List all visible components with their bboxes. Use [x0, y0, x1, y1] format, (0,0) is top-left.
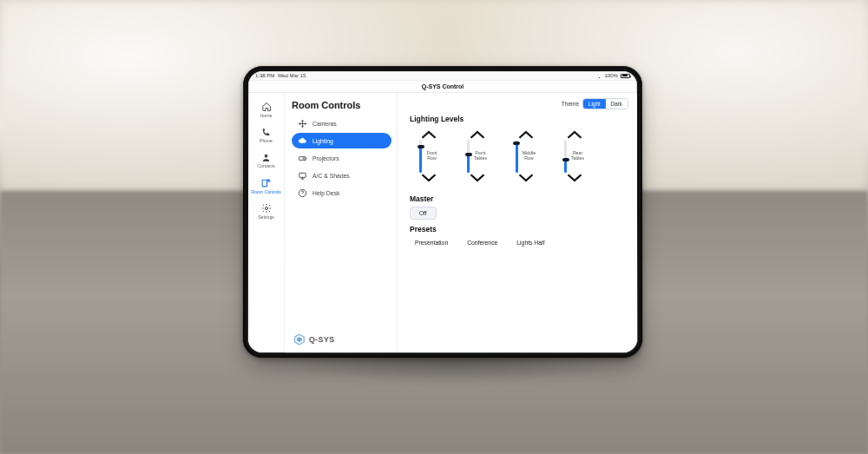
presets-heading: Presets: [410, 225, 628, 234]
slider-front-row-label: Front Row: [425, 151, 437, 161]
slider-front-row: Front Row: [411, 130, 446, 182]
rail-settings[interactable]: Settings: [249, 200, 282, 223]
slider-middle-row-track[interactable]: [516, 140, 518, 173]
preset-lights-half[interactable]: Lights Half: [511, 237, 549, 248]
rail-contacts[interactable]: Contacts: [250, 148, 283, 172]
rail-home-label: Home: [260, 114, 273, 118]
svg-point-3: [265, 207, 267, 209]
rail-settings-label: Settings: [258, 215, 274, 220]
svg-point-2: [268, 179, 269, 180]
theme-light-button[interactable]: Light: [583, 99, 606, 109]
slider-rear-tables-down[interactable]: [567, 174, 582, 182]
menu-projectors[interactable]: Projectors: [292, 150, 391, 166]
slider-front-tables-down[interactable]: [470, 174, 485, 182]
slider-rear-tables-up[interactable]: [567, 130, 582, 139]
svg-point-5: [303, 157, 305, 159]
nav-rail: Home Phone Contacts: [248, 93, 285, 352]
rail-phone[interactable]: Phone: [250, 123, 283, 147]
rail-room-controls[interactable]: Room Controls: [250, 174, 283, 198]
brand-name: Q-SYS: [309, 335, 335, 344]
slider-front-row-track[interactable]: [419, 140, 422, 173]
projector-icon: [297, 153, 307, 163]
cloud-icon: [297, 135, 307, 146]
battery-percent: 100%: [604, 73, 617, 78]
slider-middle-row: Middle Row: [509, 130, 543, 182]
svg-rect-1: [262, 180, 266, 187]
rail-home[interactable]: Home: [250, 98, 283, 122]
svg-point-0: [265, 155, 268, 158]
menu-help-desk[interactable]: Help Desk: [292, 185, 391, 201]
slider-middle-row-up[interactable]: [518, 130, 534, 139]
rail-phone-label: Phone: [260, 139, 273, 143]
menu-projectors-label: Projectors: [312, 155, 339, 161]
slider-front-tables-label: Front Tables: [473, 151, 488, 161]
preset-presentation[interactable]: Presentation: [410, 237, 453, 248]
master-off-button[interactable]: Off: [410, 207, 437, 220]
menu-cameras[interactable]: Cameras: [292, 115, 391, 131]
slider-front-row-down[interactable]: [421, 174, 437, 182]
theme-toggle: Theme Light Dark: [562, 98, 628, 109]
slider-front-tables: Front Tables: [460, 130, 495, 182]
help-icon: [297, 188, 307, 198]
move-icon: [297, 118, 307, 128]
menu-ac-shades-label: A/C & Shades: [312, 173, 350, 179]
app-title: Q-SYS Control: [422, 83, 464, 89]
side-panel: Room Controls Cameras Lighti: [285, 93, 398, 352]
slider-middle-row-label: Middle Row: [522, 151, 536, 161]
panel-menu: Cameras Lighting Projector: [292, 115, 391, 201]
lighting-sliders: Front Row: [411, 130, 628, 182]
lighting-levels-heading: Lighting Levels: [410, 115, 628, 123]
app-title-bar: Q-SYS Control: [248, 81, 637, 93]
hex-logo-icon: [293, 333, 306, 345]
svg-marker-9: [297, 337, 302, 342]
theme-dark-button[interactable]: Dark: [606, 99, 628, 109]
gear-icon: [260, 202, 272, 214]
tablet-frame: 1:38 PM Wed Mar 15 100% Q-SYS Control: [243, 66, 642, 358]
content-area: Theme Light Dark Lighting Levels: [398, 93, 637, 352]
brand-logo: Q-SYS: [292, 330, 391, 347]
screen: 1:38 PM Wed Mar 15 100% Q-SYS Control: [248, 71, 637, 352]
menu-ac-shades[interactable]: A/C & Shades: [292, 168, 391, 183]
theme-label: Theme: [562, 101, 579, 107]
menu-lighting[interactable]: Lighting: [292, 133, 391, 148]
slider-front-tables-up[interactable]: [470, 130, 485, 139]
phone-icon: [260, 126, 273, 138]
svg-rect-6: [299, 173, 305, 177]
battery-icon: [621, 74, 630, 78]
home-icon: [260, 101, 273, 113]
slider-middle-row-down[interactable]: [518, 174, 534, 182]
slider-rear-tables-track[interactable]: [564, 140, 567, 173]
menu-help-desk-label: Help Desk: [312, 190, 339, 196]
room-controls-icon: [260, 177, 273, 189]
slider-rear-tables: Rear Tables: [557, 130, 592, 182]
master-heading: Master: [410, 194, 628, 203]
panel-title: Room Controls: [292, 100, 391, 110]
status-bar: 1:38 PM Wed Mar 15 100%: [248, 71, 637, 81]
preset-conference[interactable]: Conference: [462, 237, 503, 248]
menu-lighting-label: Lighting: [312, 138, 333, 144]
slider-front-row-up[interactable]: [421, 130, 437, 139]
slider-rear-tables-label: Rear Tables: [570, 151, 585, 161]
rail-contacts-label: Contacts: [257, 164, 274, 168]
screen-icon: [297, 170, 307, 181]
menu-cameras-label: Cameras: [312, 121, 337, 127]
rail-room-controls-label: Room Controls: [251, 190, 281, 194]
status-time-date: 1:38 PM Wed Mar 15: [255, 73, 306, 78]
wifi-icon: [595, 73, 602, 78]
contacts-icon: [260, 151, 273, 163]
slider-front-tables-track[interactable]: [467, 140, 470, 173]
